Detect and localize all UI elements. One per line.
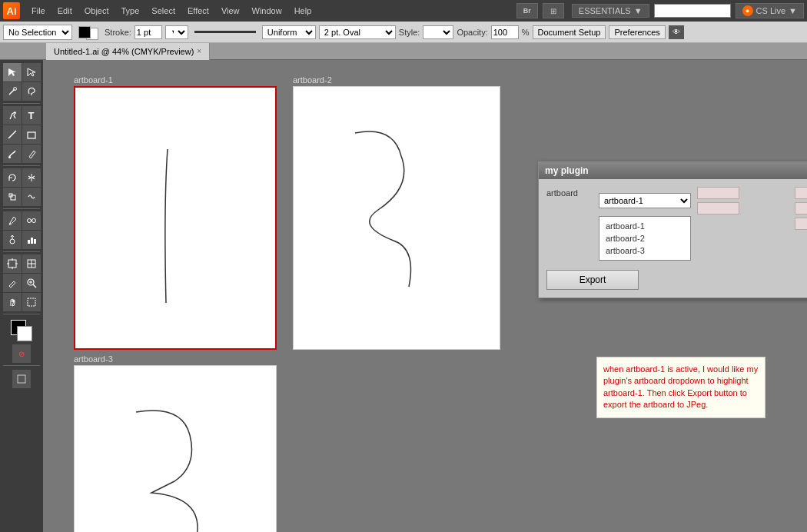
menu-window[interactable]: Window <box>247 5 287 17</box>
panel-input-2 <box>697 202 739 214</box>
eyedropper-tool[interactable] <box>3 211 22 230</box>
artboard-select-dropdown[interactable]: artboard-1 artboard-2 artboard-3 <box>599 193 691 208</box>
bridge-button[interactable]: Br <box>516 3 538 18</box>
svg-point-1 <box>13 88 16 91</box>
workspace-button[interactable]: ESSENTIALS ▼ <box>572 4 649 18</box>
document-setup-button[interactable]: Document Setup <box>533 25 606 39</box>
reflect-tool[interactable] <box>22 168 41 187</box>
opacity-unit: % <box>522 28 530 37</box>
svg-point-11 <box>32 219 35 223</box>
selection-dropdown[interactable]: No Selection <box>3 25 72 40</box>
style-dropdown[interactable] <box>423 25 453 39</box>
arrange-button[interactable]: ⊞ <box>543 3 564 18</box>
scale-tool[interactable] <box>3 188 22 206</box>
menu-bar: Ai File Edit Object Type Select Effect V… <box>0 0 807 22</box>
rotate-tool[interactable] <box>3 168 22 187</box>
drawing-1 <box>75 88 278 351</box>
left-toolbar: T <box>0 60 43 532</box>
symbol-sprayer-tool[interactable] <box>3 231 22 249</box>
menu-edit[interactable]: Edit <box>52 5 78 17</box>
svg-point-10 <box>27 219 31 223</box>
svg-rect-17 <box>8 260 16 268</box>
eraser-tool[interactable] <box>3 274 22 292</box>
tooltip-text: when artboard-1 is active, I would like … <box>603 364 758 409</box>
panel-title: my plugin <box>545 165 589 176</box>
canvas-area[interactable]: artboard-1 artboard-2 artboard-3 <box>43 60 807 532</box>
panel-header: my plugin ≡ × <box>539 162 807 179</box>
svg-line-3 <box>8 131 16 138</box>
panel-side-input-3 <box>795 187 807 199</box>
line-tool[interactable] <box>3 125 22 144</box>
lasso-tool[interactable] <box>22 82 41 101</box>
tab-title: Untitled-1.ai @ 44% (CMYK/Preview) <box>54 47 194 56</box>
print-tiling-tool[interactable] <box>22 293 41 311</box>
preferences-button[interactable]: Preferences <box>609 25 665 39</box>
cs-live-button[interactable]: ● CS Live ▼ <box>736 3 804 18</box>
selection-tool[interactable] <box>3 63 22 81</box>
svg-rect-14 <box>28 240 30 244</box>
opacity-label: Opacity: <box>457 28 487 37</box>
artboard-1-container: artboard-1 <box>74 75 277 350</box>
rectangle-tool[interactable] <box>22 125 41 144</box>
zoom-tool[interactable] <box>22 274 41 292</box>
paintbrush-tool[interactable] <box>3 145 22 163</box>
brush-dropdown[interactable]: 2 pt. Oval <box>319 25 396 39</box>
menu-effect[interactable]: Effect <box>182 5 214 17</box>
list-item-artboard-2[interactable]: artboard-2 <box>599 232 690 244</box>
artboard-tool[interactable] <box>3 254 22 273</box>
warp-tool[interactable] <box>22 188 41 206</box>
uniform-dropdown[interactable]: Uniform <box>262 25 316 39</box>
none-swatch[interactable]: ⊘ <box>12 344 31 363</box>
artboard-2-container: artboard-2 <box>293 75 500 350</box>
panel-side-input-4 <box>795 202 807 214</box>
visibility-icon: 👁 <box>669 25 684 39</box>
search-input[interactable] <box>654 4 731 18</box>
svg-rect-7 <box>11 195 15 200</box>
tab-bar: Untitled-1.ai @ 44% (CMYK/Preview) × <box>0 43 807 60</box>
list-item-artboard-1[interactable]: artboard-1 <box>599 220 690 232</box>
svg-rect-30 <box>28 298 35 306</box>
artboard-3-label: artboard-3 <box>74 354 277 364</box>
hand-tool[interactable] <box>3 293 22 311</box>
menu-object[interactable]: Object <box>79 5 115 17</box>
screen-mode-button[interactable] <box>12 370 31 388</box>
menu-file[interactable]: File <box>26 5 51 17</box>
direct-selection-tool[interactable] <box>22 63 41 81</box>
artboard-2-label: artboard-2 <box>293 75 500 85</box>
stroke-style-dropdown[interactable]: ▼ <box>165 25 188 39</box>
menu-help[interactable]: Help <box>289 5 317 17</box>
panel-right-inputs <box>697 187 739 214</box>
magic-wand-tool[interactable] <box>3 82 22 101</box>
menu-view[interactable]: View <box>216 5 245 17</box>
svg-point-5 <box>8 156 11 158</box>
document-tab[interactable]: Untitled-1.ai @ 44% (CMYK/Preview) × <box>46 43 210 60</box>
column-graph-tool[interactable] <box>22 231 41 249</box>
panel-side-input-5 <box>795 218 807 230</box>
stroke-width-input[interactable] <box>134 25 162 39</box>
pencil-tool[interactable] <box>22 145 41 163</box>
stroke-swatch[interactable] <box>17 326 32 341</box>
artboard-row: artboard artboard-1 artboard-2 artboard-… <box>546 187 807 261</box>
artboard-1-label: artboard-1 <box>74 75 277 85</box>
drawing-2 <box>294 87 501 351</box>
svg-rect-15 <box>31 238 33 244</box>
export-button[interactable]: Export <box>546 270 639 290</box>
type-tool[interactable]: T <box>22 106 41 125</box>
slice-tool[interactable] <box>22 254 41 273</box>
panel-side-inputs <box>795 187 807 230</box>
tab-close-button[interactable]: × <box>197 47 201 55</box>
menu-type[interactable]: Type <box>116 5 145 17</box>
svg-rect-16 <box>34 239 36 244</box>
fill-stroke-indicator <box>78 25 98 40</box>
artboard-list: artboard-1 artboard-2 artboard-3 <box>599 216 691 261</box>
pen-tool[interactable] <box>3 106 22 125</box>
tooltip-box: when artboard-1 is active, I would like … <box>596 357 765 418</box>
list-item-artboard-3[interactable]: artboard-3 <box>599 244 690 257</box>
artboard-2 <box>293 86 500 350</box>
artboard-row-label: artboard <box>546 187 593 198</box>
artboard-row-content: artboard-1 artboard-2 artboard-3 artboar… <box>599 187 789 261</box>
blend-tool[interactable] <box>22 211 41 230</box>
menu-select[interactable]: Select <box>146 5 181 17</box>
opacity-input[interactable] <box>491 25 519 39</box>
panel-body: artboard artboard-1 artboard-2 artboard-… <box>539 179 807 298</box>
